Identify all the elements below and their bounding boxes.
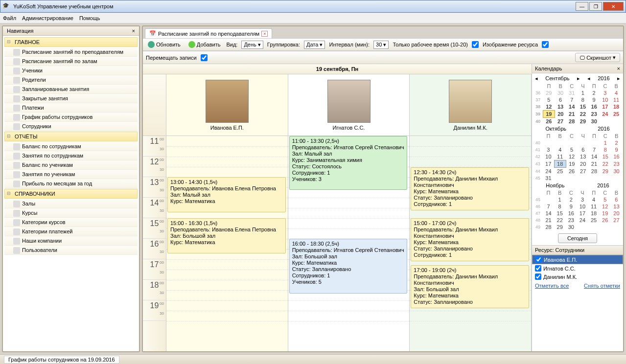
calendar-day[interactable]: 9 [588, 96, 600, 103]
calendar-day[interactable]: 29 [600, 168, 611, 175]
nav-item[interactable]: Категории платежей [4, 227, 138, 236]
calendar-day[interactable]: 23 [588, 111, 600, 118]
calendar-day[interactable]: 7 [566, 96, 578, 103]
calendar-day[interactable]: 31 [543, 175, 554, 182]
calendar-day[interactable] [554, 175, 566, 182]
calendar-day[interactable]: 18 [588, 210, 600, 217]
calendar-day[interactable]: 9 [565, 203, 577, 210]
calendar-day[interactable]: 24 [577, 217, 588, 224]
calendar-day[interactable]: 3 [577, 196, 588, 203]
close-button[interactable]: ✕ [603, 2, 624, 11]
calendar-day[interactable]: 28 [589, 168, 600, 175]
schedule-column[interactable]: 12:30 - 14:30 (2ч)Преподаватель: Данилин… [410, 136, 532, 351]
calendar-day[interactable]: 1 [600, 139, 611, 146]
uncheck-all-link[interactable]: Снять отметки [584, 283, 620, 289]
nav-item[interactable]: Наши компании [4, 236, 138, 246]
calendar-day[interactable]: 25 [588, 217, 600, 224]
nav-group[interactable]: СПРАВОЧНИКИ [4, 189, 138, 199]
nav-item[interactable]: Родители [4, 75, 138, 85]
calendar-day[interactable]: 28 [566, 118, 578, 125]
calendar-day[interactable]: 29 [543, 90, 555, 96]
calendar-day[interactable]: 4 [588, 196, 600, 203]
refresh-button[interactable]: Обновить [146, 40, 183, 49]
calendar-day[interactable]: 13 [555, 103, 566, 111]
minimize-button[interactable]: — [576, 2, 588, 11]
calendar-day[interactable]: 18 [611, 103, 622, 111]
calendar-day[interactable]: 22 [554, 217, 565, 224]
calendar-day[interactable]: 19 [566, 160, 577, 168]
calendar-day[interactable] [543, 139, 554, 146]
calendar-day[interactable]: 19 [600, 210, 611, 217]
nav-item[interactable]: Закрытые занятия [4, 94, 138, 103]
resource-filter-item[interactable]: Данилин М.К. [532, 273, 623, 281]
calendar-day[interactable]: 25 [611, 111, 622, 118]
nav-item[interactable]: Ученики [4, 66, 138, 75]
interval-select[interactable]: 30 ▾ [373, 41, 389, 49]
calendar-day[interactable]: 21 [589, 160, 600, 168]
calendar-day[interactable] [589, 139, 600, 146]
calendar-day[interactable] [611, 224, 622, 230]
calendar-day[interactable]: 29 [554, 224, 565, 230]
calendar-day[interactable]: 12 [600, 203, 611, 210]
calendar-day[interactable]: 31 [566, 90, 578, 96]
schedule-column[interactable]: 11:00 - 13:30 (2,5ч)Преподаватель: Игнат… [288, 136, 410, 351]
nav-item[interactable]: Запланированные занятия [4, 85, 138, 94]
calendar-day[interactable]: 7 [589, 146, 600, 153]
calendar-widget[interactable]: ◂Сентябрь▸◂2016▸ПВСЧПСВ36293031123437567… [532, 73, 623, 231]
calendar-day[interactable]: 11 [588, 203, 600, 210]
calendar-day[interactable]: 6 [555, 96, 566, 103]
calendar-day[interactable]: 14 [589, 153, 600, 160]
nav-group[interactable]: ГЛАВНОЕ [4, 37, 138, 47]
calendar-day[interactable]: 11 [554, 153, 566, 160]
tab-schedule[interactable]: 📅 Расписание занятий по преподавателям × [145, 28, 272, 38]
appointment[interactable]: 15:00 - 16:30 (1,5ч)Преподаватель: Ивано… [167, 218, 286, 253]
nav-tree[interactable]: ГЛАВНОЕРасписание занятий по преподавате… [3, 36, 139, 351]
schedule-columns[interactable]: 13:00 - 14:30 (1,5ч)Преподаватель: Ивано… [166, 136, 532, 351]
calendar-day[interactable]: 28 [543, 224, 554, 230]
resource-img-checkbox[interactable] [542, 41, 549, 48]
calendar-day[interactable]: 10 [600, 96, 611, 103]
calendar-day[interactable] [566, 139, 577, 146]
menu-help[interactable]: Помощь [79, 15, 100, 21]
calendar-day[interactable]: 27 [555, 118, 566, 125]
group-select[interactable]: Дата ▾ [304, 41, 325, 49]
resource-header[interactable]: Данилин М.К. [410, 74, 532, 136]
calendar-day[interactable]: 20 [555, 111, 566, 118]
nav-item[interactable]: Курсы [4, 208, 138, 218]
calendar-day[interactable] [543, 196, 554, 203]
nav-item[interactable]: Пользователи [4, 246, 138, 255]
resource-checkbox[interactable] [535, 256, 542, 263]
calendar-day[interactable]: 16 [565, 210, 577, 217]
calendar-day[interactable]: 21 [566, 111, 578, 118]
menu-admin[interactable]: Администрирование [22, 15, 73, 21]
nav-item[interactable]: Залы [4, 199, 138, 208]
calendar-day[interactable]: 14 [543, 210, 554, 217]
calendar-day[interactable] [578, 175, 589, 182]
calendar-day[interactable]: 2 [611, 139, 622, 146]
calendar-day[interactable]: 5 [600, 196, 611, 203]
calendar-day[interactable]: 29 [578, 118, 589, 125]
calendar-day[interactable]: 1 [554, 196, 565, 203]
calendar-day[interactable]: 4 [611, 90, 622, 96]
nav-item[interactable]: Расписание занятий по залам [4, 57, 138, 66]
calendar-day[interactable]: 8 [578, 96, 589, 103]
nav-item[interactable]: Занятия по сотрудникам [4, 151, 138, 160]
nav-item[interactable]: Баланс по ученикам [4, 160, 138, 170]
view-select[interactable]: День ▾ [241, 41, 263, 49]
appointment[interactable]: 11:00 - 13:30 (2,5ч)Преподаватель: Игнат… [289, 136, 408, 190]
calendar-day[interactable]: 23 [611, 160, 622, 168]
calendar-day[interactable]: 15 [554, 210, 565, 217]
calendar-day[interactable]: 3 [600, 90, 611, 96]
resource-filter-item[interactable]: Игнатов С.С. [532, 264, 623, 273]
calendar-day[interactable]: 1 [578, 90, 589, 96]
calendar-day[interactable]: 17 [543, 160, 554, 168]
appointment[interactable]: 16:00 - 18:30 (2,5ч)Преподаватель: Игнат… [289, 239, 408, 294]
calendar-day[interactable]: 20 [611, 210, 622, 217]
calendar-day[interactable]: 26 [600, 217, 611, 224]
calendar-day[interactable]: 12 [566, 153, 577, 160]
calendar-day[interactable]: 11 [611, 96, 622, 103]
calendar-day[interactable]: 5 [543, 96, 555, 103]
calendar-day[interactable]: 5 [566, 146, 577, 153]
calendar-day[interactable]: 16 [611, 153, 622, 160]
calendar-day[interactable] [589, 175, 600, 182]
